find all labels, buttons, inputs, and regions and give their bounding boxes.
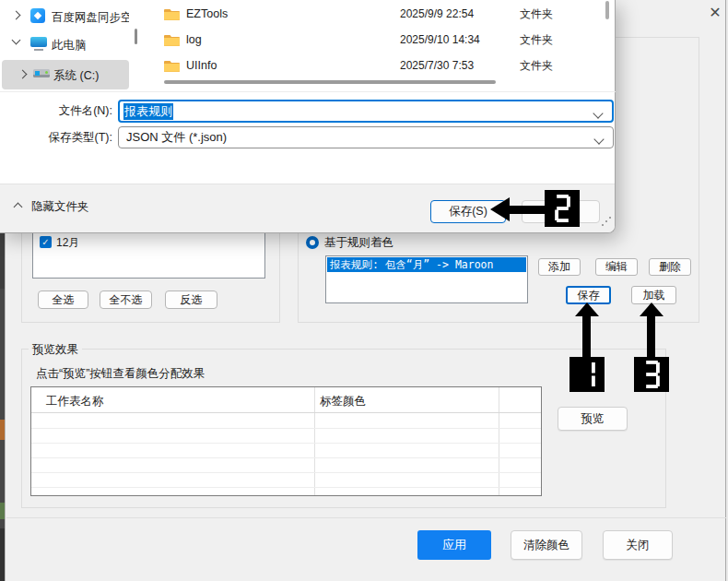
chevron-down-icon[interactable] (12, 36, 21, 45)
save-as-dialog: 百度网盘同步空 此电脑 系统 (C:) EZTools 2025/9/9 22:… (0, 0, 616, 233)
month-item-label[interactable]: 12月 (56, 235, 79, 251)
callout-arrow-shaft (508, 206, 546, 214)
background-window-edge (0, 528, 5, 581)
save-rules-button[interactable]: 保存 (566, 286, 611, 304)
column-header-tab-color[interactable]: 标签颜色 (320, 394, 366, 409)
background-window-edge (0, 420, 5, 440)
tree-item-system-c[interactable]: 系统 (C:) (53, 68, 99, 84)
rule-list-item[interactable]: 报表规则: 包含“月” -> Maroon (327, 257, 526, 272)
folder-icon (164, 7, 180, 20)
filename-value: 报表规则 (123, 103, 173, 120)
background-window-edge (0, 233, 5, 289)
close-icon[interactable]: ✕ (704, 2, 726, 22)
load-rules-button[interactable]: 加载 (631, 286, 676, 304)
callout-arrow-left-icon (490, 197, 510, 221)
close-button[interactable]: 关闭 (603, 530, 673, 560)
callout-arrow-shaft (582, 315, 591, 358)
rules-listbox[interactable]: 报表规则: 包含“月” -> Maroon (325, 255, 528, 303)
chevron-down-icon[interactable] (593, 108, 603, 118)
preview-group-title: 预览效果 (29, 342, 82, 358)
file-type: 文件夹 (520, 6, 553, 22)
column-header-sheet-name[interactable]: 工作表名称 (46, 394, 104, 409)
preview-table: 工作表名称 标签颜色 (30, 386, 542, 496)
filetype-value: JSON 文件 (*.json) (126, 129, 227, 146)
month-checkbox[interactable]: ✓ (40, 236, 52, 248)
file-type: 文件夹 (520, 32, 553, 48)
filetype-label: 保存类型(T): (18, 130, 112, 146)
callout-arrow-shaft (647, 315, 655, 358)
this-pc-icon (30, 37, 47, 51)
system-drive-icon (33, 69, 50, 77)
callout-arrow-up-icon (575, 302, 599, 316)
callout-arrow-up-icon (640, 302, 663, 316)
background-window-edge (0, 503, 5, 519)
folder-icon (164, 59, 180, 72)
baidu-netdisk-icon (30, 8, 45, 23)
column-divider (499, 387, 499, 495)
row-divider (31, 472, 541, 473)
folder-icon (164, 33, 180, 46)
tree-item-this-pc[interactable]: 此电脑 (52, 38, 87, 53)
column-divider (314, 387, 315, 495)
file-date: 2025/9/10 14:34 (400, 33, 520, 46)
file-name: EZTools (186, 7, 400, 20)
file-row[interactable]: EZTools 2025/9/9 22:54 文件夹 (147, 1, 603, 27)
preview-hint: 点击“预览”按钮查看颜色分配效果 (36, 366, 205, 382)
background-window-edge (0, 233, 5, 581)
select-none-button[interactable]: 全不选 (100, 290, 152, 309)
edit-rule-button[interactable]: 编辑 (595, 258, 638, 276)
tree-scrollbar-thumb[interactable] (135, 29, 137, 44)
row-divider (31, 443, 541, 444)
chevron-down-icon[interactable] (593, 134, 604, 144)
bottom-separator (6, 517, 726, 518)
select-all-button[interactable]: 全选 (38, 290, 88, 309)
horizontal-scrollbar-thumb[interactable] (164, 80, 496, 84)
callout-box-1 (569, 357, 605, 392)
file-date: 2025/9/9 22:54 (400, 7, 520, 20)
callout-box-3 (634, 357, 669, 392)
chevron-up-icon[interactable] (14, 203, 23, 212)
filelist-scrollbar-thumb[interactable] (605, 1, 609, 19)
file-date: 2025/7/30 7:53 (400, 59, 520, 72)
file-name: log (186, 33, 400, 46)
filename-label: 文件名(N): (18, 103, 112, 119)
row-divider (31, 428, 541, 429)
tree-item-baidu-netdisk[interactable]: 百度网盘同步空 (52, 10, 129, 26)
list-divider (0, 91, 616, 92)
delete-rule-button[interactable]: 删除 (649, 258, 691, 276)
file-type: 文件夹 (520, 58, 553, 74)
rule-coloring-radio[interactable] (306, 236, 319, 249)
add-rule-button[interactable]: 添加 (538, 258, 581, 276)
resize-grip[interactable] (602, 224, 604, 226)
chevron-right-icon[interactable] (12, 11, 21, 20)
file-row[interactable]: log 2025/9/10 14:34 文件夹 (147, 27, 603, 53)
header-divider (31, 412, 541, 413)
file-row[interactable]: UIInfo 2025/7/30 7:53 文件夹 (147, 53, 603, 78)
filename-input[interactable]: 报表规则 (118, 100, 614, 123)
rule-coloring-radio-label: 基于规则着色 (324, 235, 393, 251)
file-name: UIInfo (186, 59, 400, 72)
row-divider (31, 457, 541, 458)
invert-selection-button[interactable]: 反选 (165, 290, 217, 309)
hide-folders-label[interactable]: 隐藏文件夹 (31, 199, 89, 215)
clear-colors-button[interactable]: 清除颜色 (511, 530, 582, 560)
filetype-select[interactable]: JSON 文件 (*.json) (118, 126, 614, 148)
preview-button[interactable]: 预览 (558, 407, 628, 431)
row-divider (31, 487, 541, 488)
callout-box-2 (545, 190, 580, 227)
apply-button[interactable]: 应用 (417, 530, 491, 560)
